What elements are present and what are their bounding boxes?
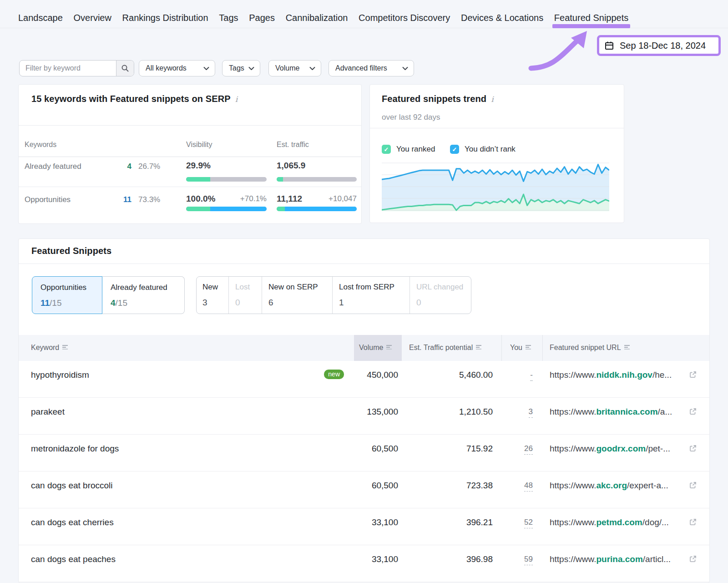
filter-dropdown-all-keywords[interactable]: All keywords bbox=[139, 60, 215, 76]
cell-volume: 450,000 bbox=[367, 370, 398, 380]
cell-you: 26 bbox=[524, 443, 533, 453]
col-you[interactable]: You bbox=[510, 344, 532, 352]
cell-you: 48 bbox=[524, 480, 533, 490]
cell-volume: 60,500 bbox=[372, 481, 398, 491]
cell-url[interactable]: https://www.britannica.com/a... bbox=[550, 407, 672, 417]
col-keyword[interactable]: Keyword bbox=[31, 344, 69, 352]
col-volume[interactable]: Volume bbox=[359, 344, 393, 352]
tab-lost[interactable]: Lost 0 bbox=[229, 276, 262, 314]
you-didnt-rank-checkbox[interactable]: ✓ bbox=[450, 145, 459, 154]
cell-url[interactable]: https://www.niddk.nih.gov/he... bbox=[550, 370, 672, 380]
keyword-filter-input[interactable]: Filter by keyword bbox=[19, 60, 134, 76]
summary-row2-traffic: 11,112 bbox=[277, 194, 302, 204]
table-row[interactable]: can dogs eat broccoli 60,500 723.38 48 h… bbox=[19, 471, 709, 508]
external-link-icon[interactable] bbox=[688, 444, 698, 453]
nav-tab-pages[interactable]: Pages bbox=[249, 13, 275, 23]
col-featured-snippet-url[interactable]: Featured snippet URL bbox=[550, 344, 631, 352]
section-title: Featured Snippets bbox=[31, 246, 111, 256]
chevron-down-icon bbox=[402, 66, 408, 71]
new-badge: new bbox=[324, 370, 344, 379]
sort-icon bbox=[62, 344, 69, 352]
summary-col-keywords: Keywords bbox=[25, 141, 56, 149]
external-link-icon[interactable] bbox=[688, 481, 698, 490]
cell-volume: 33,100 bbox=[372, 554, 398, 564]
summary-row2-traffic-delta: +10,047 bbox=[311, 194, 357, 203]
summary-row1-count: 4 bbox=[113, 162, 131, 171]
cell-keyword: can dogs eat cherries bbox=[31, 517, 114, 527]
cell-you: - bbox=[530, 370, 533, 380]
trend-chart bbox=[382, 161, 609, 211]
filter-dropdown-advanced-filters[interactable]: Advanced filters bbox=[329, 60, 414, 76]
cell-url[interactable]: https://www.purina.com/articl... bbox=[550, 554, 671, 564]
cell-volume: 135,000 bbox=[367, 407, 398, 417]
you-ranked-label: You ranked bbox=[396, 145, 435, 154]
table-header: Keyword Volume Est. Traffic potential Yo… bbox=[19, 335, 709, 361]
calendar-icon bbox=[604, 41, 614, 51]
table-row[interactable]: metronidazole for dogs 60,500 715.92 26 … bbox=[19, 435, 709, 471]
external-link-icon[interactable] bbox=[688, 554, 698, 563]
cell-keyword: can dogs eat broccoli bbox=[31, 481, 113, 491]
filter-dropdown-tags[interactable]: Tags bbox=[222, 60, 260, 76]
cell-est-traffic: 1,210.50 bbox=[459, 407, 493, 417]
summary-row1-label: Already featured bbox=[25, 162, 81, 171]
nav-tab-overview[interactable]: Overview bbox=[74, 13, 111, 23]
filter-dropdown-volume[interactable]: Volume bbox=[268, 60, 321, 76]
tab-new-on-serp[interactable]: New on SERP 6 bbox=[262, 276, 333, 314]
cell-url[interactable]: https://www.petmd.com/dog/... bbox=[550, 517, 669, 527]
nav-tab-featured-snippets[interactable]: Featured Snippets bbox=[554, 13, 628, 23]
external-link-icon[interactable] bbox=[688, 370, 698, 379]
cell-you: 52 bbox=[524, 517, 533, 527]
featured-snippets-card: Featured Snippets Opportunities 11/15 Al… bbox=[18, 238, 710, 583]
tab-lost-from-serp[interactable]: Lost from SERP 1 bbox=[333, 276, 410, 314]
cell-est-traffic: 723.38 bbox=[466, 481, 493, 491]
summary-row2-visibility-bar bbox=[186, 207, 267, 211]
sort-icon bbox=[624, 344, 631, 352]
summary-row2-share: 73.3% bbox=[138, 195, 160, 204]
external-link-icon[interactable] bbox=[688, 407, 698, 416]
cell-url[interactable]: https://www.akc.org/expert-a... bbox=[550, 481, 668, 491]
summary-row1-visibility-bar bbox=[186, 177, 267, 182]
tab-new[interactable]: New 3 bbox=[196, 276, 229, 314]
nav-tab-landscape[interactable]: Landscape bbox=[18, 13, 63, 23]
tab-opportunities[interactable]: Opportunities 11/15 bbox=[32, 276, 102, 314]
table-row[interactable]: hypothyroidism new 450,000 5,460.00 - ht… bbox=[19, 361, 709, 398]
table-row[interactable]: can dogs eat peaches 33,100 396.98 59 ht… bbox=[19, 545, 709, 582]
nav-tab-rankings-distribution[interactable]: Rankings Distribution bbox=[122, 13, 208, 23]
trend-card-subtitle: over last 92 days bbox=[382, 113, 440, 122]
search-button[interactable] bbox=[116, 61, 134, 76]
cell-est-traffic: 5,460.00 bbox=[459, 370, 493, 380]
table-row[interactable]: can dogs eat cherries 33,100 396.21 52 h… bbox=[19, 508, 709, 545]
nav-tab-cannibalization[interactable]: Cannibalization bbox=[286, 13, 348, 23]
nav-tab-devices-locations[interactable]: Devices & Locations bbox=[461, 13, 543, 23]
cell-keyword: metronidazole for dogs bbox=[31, 444, 119, 454]
chevron-down-icon bbox=[248, 66, 254, 71]
cell-keyword: parakeet bbox=[31, 407, 65, 417]
info-icon[interactable]: i bbox=[491, 95, 493, 104]
external-link-icon[interactable] bbox=[688, 517, 698, 527]
nav-tab-tags[interactable]: Tags bbox=[219, 13, 238, 23]
table-row[interactable]: parakeet 135,000 1,210.50 3 https://www.… bbox=[19, 398, 709, 435]
cell-you: 59 bbox=[524, 554, 533, 564]
sort-icon bbox=[526, 344, 532, 352]
top-nav: Landscape Overview Rankings Distribution… bbox=[0, 0, 728, 28]
active-tab-underline bbox=[552, 24, 630, 28]
you-ranked-checkbox[interactable]: ✓ bbox=[382, 145, 391, 154]
nav-tab-competitors-discovery[interactable]: Competitors Discovery bbox=[359, 13, 450, 23]
summary-row2-visibility: 100.0% bbox=[186, 194, 215, 204]
cell-url[interactable]: https://www.goodrx.com/pet-... bbox=[550, 444, 670, 454]
info-icon[interactable]: i bbox=[235, 95, 238, 104]
date-range-picker[interactable]: Sep 18-Dec 18, 2024 bbox=[597, 35, 721, 56]
trend-card: Featured snippets trend i over last 92 d… bbox=[369, 84, 624, 223]
tab-url-changed[interactable]: URL changed 0 bbox=[410, 276, 471, 314]
date-range-label: Sep 18-Dec 18, 2024 bbox=[620, 41, 706, 51]
summary-row1-share: 26.7% bbox=[138, 162, 160, 171]
cell-volume: 60,500 bbox=[372, 444, 398, 454]
sort-icon bbox=[386, 344, 393, 352]
summary-card-divider bbox=[19, 125, 361, 126]
summary-row1-visibility: 29.9% bbox=[186, 161, 211, 171]
tab-already-featured[interactable]: Already featured 4/15 bbox=[102, 276, 185, 314]
summary-row1-traffic-bar bbox=[277, 177, 357, 182]
col-est-traffic-potential[interactable]: Est. Traffic potential bbox=[409, 344, 482, 352]
summary-row1-traffic: 1,065.9 bbox=[277, 161, 305, 171]
summary-row2-visibility-delta: +70.1% bbox=[221, 194, 267, 203]
